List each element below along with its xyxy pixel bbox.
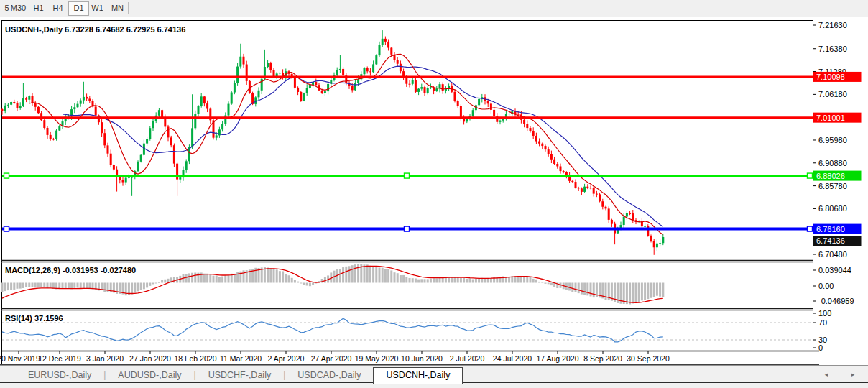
price-chart[interactable]: 7.216307.163807.112807.061806.959806.908… [0,0,868,365]
candle-body [258,91,260,98]
timeframe-button-D1[interactable]: D1 [68,1,89,16]
macd-bar [297,282,299,283]
macd-bar [469,278,471,282]
price-tag-label: 7.01001 [816,114,845,122]
candle-body [538,142,540,144]
macd-bar [517,276,520,282]
macd-bar [435,278,438,282]
candle-body [556,164,558,166]
timeframe-button-MN[interactable]: MN [108,1,127,14]
timeframe-button-W1[interactable]: W1 [88,1,107,14]
candle-body [221,124,223,130]
tab-eurusd-daily[interactable]: EURUSD-,Daily [16,368,103,383]
candle-body [77,104,79,108]
tab-scroll-right-arrow[interactable]: ▸ [848,370,858,379]
macd-bar [276,269,278,282]
macd-bar [198,273,200,283]
macd-bar [306,283,308,286]
macd-bar [264,267,266,283]
macd-bar [185,274,188,282]
price-tag-label: 6.74136 [816,236,845,245]
hline-handle[interactable] [4,173,9,178]
macd-bar [62,283,64,290]
candle-body [125,177,127,182]
rsi-line [2,318,663,342]
candle-body [366,68,369,71]
macd-bar [578,283,580,294]
tab-usdchf-daily[interactable]: USDCHF-,Daily [196,368,284,383]
candle-body [357,79,359,83]
candle-body [149,128,151,139]
ma-slow-line [63,66,663,226]
candle-body [375,55,377,64]
candle-body [487,101,489,103]
tab-usdcad-daily[interactable]: USDCAD-,Daily [285,368,373,383]
macd-bar [357,264,359,282]
macd-bar [300,283,302,284]
candle-body [176,164,178,180]
date-label: 17 Aug 2020 [537,354,579,363]
macd-bar [530,277,532,283]
candle-body [593,188,595,194]
macd-bar [107,283,109,292]
hline-handle[interactable] [808,226,813,231]
candle-body [300,92,302,101]
axis-tick-label: 6.70480 [818,250,847,259]
macd-bar [191,273,193,283]
macd-bar [152,283,154,285]
macd-bar [526,277,528,282]
tab-usdcnh-daily[interactable]: USDCNH-,Daily [373,367,463,384]
candle-body [478,99,480,106]
toolbar-separator [128,2,129,14]
macd-bar [412,278,414,282]
hline-handle[interactable] [4,226,9,231]
candle-body [387,42,389,48]
price-tag-label: 7.10098 [816,73,845,81]
macd-bar [146,283,148,288]
macd-bar [73,283,75,288]
candle-body [88,98,91,101]
macd-bar [68,283,70,289]
macd-bar [538,282,540,283]
candle-body [137,162,139,171]
candle-body [47,128,49,135]
macd-bar [155,283,157,284]
candle-body [203,96,206,103]
timeframe-button-M30[interactable]: M30 [9,1,28,14]
macd-bar [382,268,384,283]
candle-body [198,106,200,114]
hline-handle[interactable] [405,173,410,178]
candle-body [103,133,106,145]
candle-body [128,177,130,178]
hline-handle[interactable] [405,226,410,231]
macd-bar [635,283,637,303]
macd-bar [659,283,661,297]
macd-bar [4,283,6,292]
macd-bar [7,283,9,291]
candle-body [342,69,344,75]
macd-bar [83,283,85,289]
candle-body [22,98,24,106]
macd-bar [22,283,24,288]
tab-scroll-left-arrow[interactable]: ◂ [821,370,831,379]
date-label: 19 May 2020 [355,354,399,363]
macd-bar [28,283,30,287]
candles-layer [1,30,665,255]
timeframe-button-H4[interactable]: H4 [48,1,68,14]
hline-handle[interactable] [808,173,813,178]
macd-bar [40,283,42,287]
macd-bar [282,271,284,282]
candle-body [508,114,510,114]
candle-body [502,119,504,120]
macd-bar [387,269,389,283]
candle-body [107,145,109,153]
macd-bar [490,278,492,283]
candle-body [200,96,203,106]
timeframe-button-H1[interactable]: H1 [29,1,48,14]
candle-body [545,146,547,149]
macd-bar [1,283,4,292]
macd-bar [484,278,486,282]
candle-body [228,104,230,116]
candle-body [73,107,75,109]
tab-audusd-daily[interactable]: AUDUSD-,Daily [106,368,193,383]
